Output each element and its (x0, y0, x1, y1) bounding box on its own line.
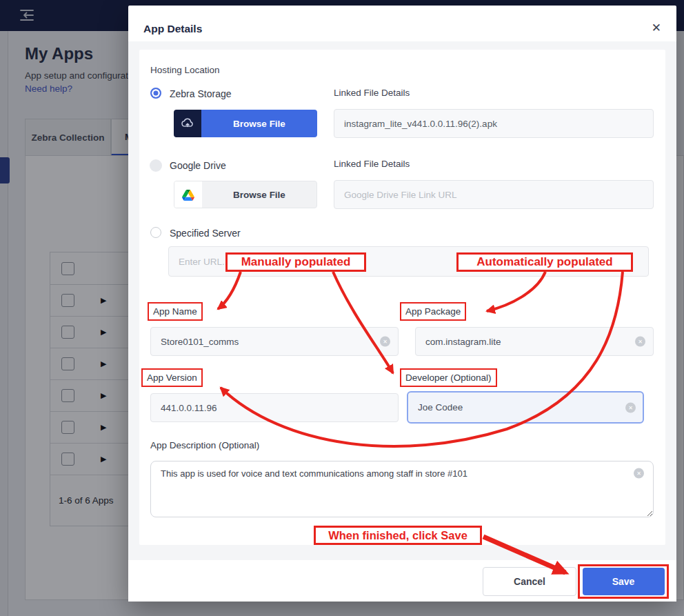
radio-zebra-storage[interactable] (150, 88, 161, 99)
app-name-input[interactable] (150, 327, 399, 356)
developer-label: Developer (Optional) (400, 368, 497, 387)
app-version-label: App Version (141, 368, 203, 387)
clear-icon[interactable]: ✕ (635, 337, 645, 347)
specified-server-label[interactable]: Specified Server (170, 228, 241, 239)
radio-google-drive[interactable] (150, 159, 162, 172)
browse-file-gdrive-label: Browse File (202, 181, 316, 208)
close-icon[interactable]: ✕ (652, 22, 661, 34)
clear-icon[interactable]: ✕ (625, 402, 636, 413)
save-highlight-box: Save (578, 564, 669, 599)
clear-icon[interactable]: ✕ (634, 468, 644, 479)
app-details-modal: App Details ✕ Hosting Location Zebra Sto… (128, 6, 676, 602)
developer-input[interactable] (407, 391, 644, 424)
radio-specified-server[interactable] (150, 227, 161, 238)
browse-file-zebra-label: Browse File (201, 110, 317, 137)
clear-icon[interactable]: ✕ (380, 337, 390, 347)
app-description-label: App Description (Optional) (150, 440, 259, 450)
cloud-upload-icon (174, 110, 201, 137)
browse-file-gdrive-button[interactable]: Browse File (174, 181, 317, 208)
app-package-input[interactable] (415, 327, 654, 356)
hosting-location-label: Hosting Location (150, 65, 220, 75)
linked-file-details-label-2: Linked File Details (334, 159, 410, 169)
cancel-button[interactable]: Cancel (483, 567, 576, 596)
zebra-storage-label[interactable]: Zebra Storage (170, 88, 232, 99)
server-url-input[interactable] (168, 246, 649, 277)
browse-file-zebra-button[interactable]: Browse File (174, 110, 317, 137)
linked-file-details-label-1: Linked File Details (334, 88, 410, 98)
app-name-label: App Name (148, 302, 203, 321)
linked-file-input-zebra[interactable] (334, 109, 654, 138)
app-package-label: App Package (400, 302, 466, 321)
google-drive-icon (174, 181, 202, 208)
google-drive-label[interactable]: Google Drive (170, 160, 226, 171)
linked-file-input-gdrive[interactable] (334, 180, 654, 209)
modal-title: App Details (143, 23, 202, 35)
app-version-input[interactable] (150, 393, 399, 422)
save-button[interactable]: Save (583, 568, 665, 595)
app-description-textarea[interactable]: This app is used for voice and text comm… (150, 461, 654, 517)
